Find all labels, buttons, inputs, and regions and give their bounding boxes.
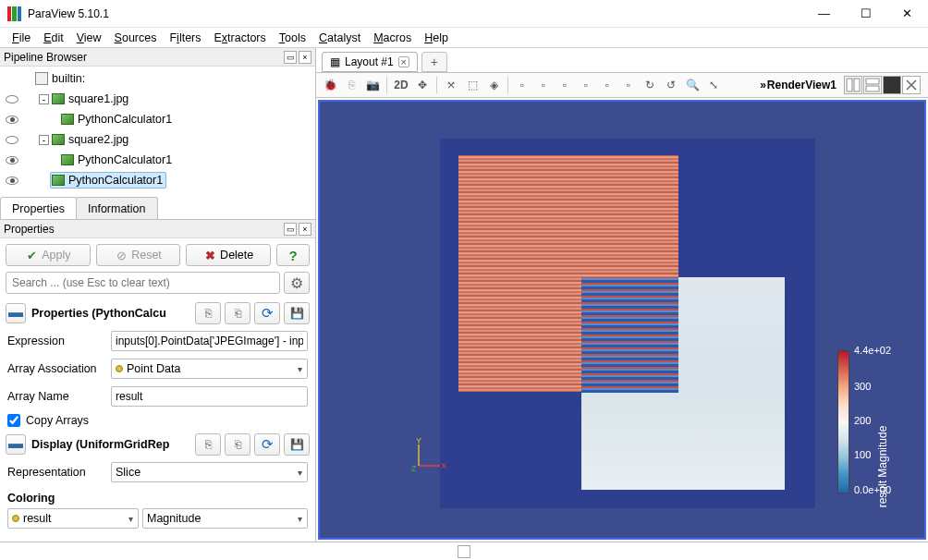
help-button[interactable]: ? xyxy=(276,244,310,266)
colorbar-tick: 4.4e+02 xyxy=(854,345,891,356)
center-axes-btn[interactable]: ✥ xyxy=(412,75,433,95)
new-layout-btn[interactable]: + xyxy=(421,52,447,72)
orientation-axes[interactable]: X Y Z xyxy=(408,440,443,475)
menu-help[interactable]: Help xyxy=(418,31,455,44)
array-association-select[interactable]: Point Data xyxy=(111,359,308,379)
screenshot-btn[interactable]: 📷 xyxy=(362,75,383,95)
rotate-cw-btn[interactable]: ↻ xyxy=(640,75,660,95)
reload-btn[interactable]: ⟳ xyxy=(254,302,280,324)
dock-close-btn[interactable]: × xyxy=(299,223,311,236)
layout-tab[interactable]: ▦ Layout #1 × xyxy=(322,52,418,72)
array-name-input[interactable] xyxy=(111,386,308,407)
visibility-toggle[interactable] xyxy=(6,177,18,185)
menu-view[interactable]: View xyxy=(70,31,108,44)
mode-2d-btn[interactable]: 2D xyxy=(391,75,411,95)
color-legend[interactable]: 4.4e+02 300 200 100 0.0e+00 result Magni… xyxy=(830,336,913,521)
view-yn-btn[interactable]: ▫ xyxy=(576,75,596,95)
menu-tools[interactable]: Tools xyxy=(273,31,312,44)
zoom-box-btn[interactable]: 🔍 xyxy=(682,75,702,95)
copy-btn[interactable]: ⎘ xyxy=(195,433,221,456)
reset-camera-btn[interactable]: ⤧ xyxy=(441,75,461,95)
pipeline-title: Pipeline Browser xyxy=(4,51,87,64)
close-layout-btn[interactable]: × xyxy=(398,56,409,67)
close-view-btn[interactable] xyxy=(902,76,921,94)
visibility-toggle[interactable] xyxy=(6,95,18,103)
dock-close-btn[interactable]: × xyxy=(299,51,311,64)
fit-btn[interactable]: ⤡ xyxy=(703,75,724,95)
section-title: Display (UniformGridRep xyxy=(30,438,191,451)
properties-search[interactable] xyxy=(6,272,280,294)
copy-arrays-checkbox[interactable] xyxy=(7,414,20,427)
gear-icon: ⚙ xyxy=(290,274,303,292)
delete-button[interactable]: ✖Delete xyxy=(186,244,271,266)
colorbar-gradient xyxy=(837,350,849,493)
split-v-btn[interactable] xyxy=(863,76,882,94)
apply-button[interactable]: ✔Apply xyxy=(6,244,91,266)
tab-information[interactable]: Information xyxy=(76,197,158,219)
pipeline-row-builtin[interactable]: builtin: xyxy=(0,68,315,89)
rotate-ccw-btn[interactable]: ↺ xyxy=(661,75,681,95)
statusbar-grip[interactable] xyxy=(458,545,470,558)
menu-file[interactable]: File xyxy=(6,31,37,44)
tree-expander[interactable]: - xyxy=(39,94,49,104)
bug-btn[interactable]: 🐞 xyxy=(320,75,340,95)
coloring-label: Coloring xyxy=(0,486,315,506)
visibility-toggle[interactable] xyxy=(6,156,18,164)
svg-rect-2 xyxy=(866,79,879,84)
pipeline-row-square1[interactable]: -square1.jpg xyxy=(0,89,315,109)
section-collapse[interactable]: ▬ xyxy=(6,303,26,323)
advanced-toggle[interactable]: ⚙ xyxy=(284,272,310,294)
colorbar-tick: 100 xyxy=(854,449,871,460)
filter-icon xyxy=(52,175,65,186)
pipeline-row-calc1[interactable]: PythonCalculator1 xyxy=(0,109,315,129)
reload-btn[interactable]: ⟳ xyxy=(254,433,280,456)
menu-macros[interactable]: Macros xyxy=(367,31,418,44)
menubar: File Edit View Sources Filters Extractor… xyxy=(0,28,928,48)
save-btn[interactable]: 💾 xyxy=(284,302,310,324)
visibility-toggle[interactable] xyxy=(6,136,18,144)
properties-dock-header: Properties ▭ × xyxy=(0,220,315,238)
section-collapse[interactable]: ▬ xyxy=(6,434,26,455)
color-component-select[interactable]: Magnitude xyxy=(142,508,308,529)
paste-btn[interactable]: ⎗ xyxy=(225,433,250,456)
menu-filters[interactable]: Filters xyxy=(163,31,207,44)
pipeline-row-square2[interactable]: -square2.jpg xyxy=(0,129,315,150)
split-h-btn[interactable] xyxy=(844,76,862,94)
visibility-toggle[interactable] xyxy=(6,116,18,124)
menu-extractors[interactable]: Extractors xyxy=(208,31,273,44)
view-zn-btn[interactable]: ▫ xyxy=(618,75,639,95)
render-viewport[interactable]: X Y Z 4.4e+02 300 200 100 0.0e+00 result… xyxy=(318,100,926,540)
expression-input[interactable] xyxy=(111,331,308,351)
paste-btn[interactable]: ⎗ xyxy=(225,302,250,324)
view-xn-btn[interactable]: ▫ xyxy=(533,75,554,95)
menu-catalyst[interactable]: Catalyst xyxy=(312,31,367,44)
color-array-select[interactable]: result xyxy=(7,508,139,529)
pipeline-row-calc3[interactable]: PythonCalculator1 xyxy=(0,170,315,190)
zoom-data-btn[interactable]: ⬚ xyxy=(462,75,482,95)
view-toolbar: 🐞 ⎘ 📷 2D ✥ ⤧ ⬚ ◈ ▫ ▫ ▫ ▫ ▫ ▫ ↻ ↺ 🔍 ⤡ Ren… xyxy=(316,72,928,98)
tree-expander[interactable]: - xyxy=(39,135,49,145)
close-button[interactable]: ✕ xyxy=(886,0,928,28)
minimize-button[interactable]: — xyxy=(803,0,845,28)
pipeline-browser[interactable]: builtin: -square1.jpg PythonCalculator1 … xyxy=(0,67,315,196)
pipeline-row-calc2[interactable]: PythonCalculator1 xyxy=(0,150,315,170)
view-zp-btn[interactable]: ▫ xyxy=(597,75,617,95)
camera-link-btn[interactable]: ⎘ xyxy=(341,75,361,95)
tab-properties[interactable]: Properties xyxy=(0,197,77,219)
dock-float-btn[interactable]: ▭ xyxy=(284,223,297,236)
colorbar-tick: 200 xyxy=(854,415,871,426)
pipeline-header: Pipeline Browser ▭ × xyxy=(0,48,315,67)
zoom-closest-btn[interactable]: ◈ xyxy=(483,75,504,95)
representation-select[interactable]: Slice xyxy=(111,462,308,482)
dock-float-btn[interactable]: ▭ xyxy=(284,51,297,64)
copy-btn[interactable]: ⎘ xyxy=(195,302,221,324)
maximize-button[interactable]: ☐ xyxy=(845,0,886,28)
menu-sources[interactable]: Sources xyxy=(108,31,164,44)
menu-edit[interactable]: Edit xyxy=(37,31,70,44)
view-yp-btn[interactable]: ▫ xyxy=(555,75,575,95)
properties-panel: ✔Apply ⊘Reset ✖Delete ? ⚙ ▬ Properties (… xyxy=(0,238,315,542)
maximize-view-btn[interactable] xyxy=(883,76,901,94)
save-btn[interactable]: 💾 xyxy=(284,433,310,456)
reset-button[interactable]: ⊘Reset xyxy=(96,244,181,266)
view-xp-btn[interactable]: ▫ xyxy=(512,75,532,95)
